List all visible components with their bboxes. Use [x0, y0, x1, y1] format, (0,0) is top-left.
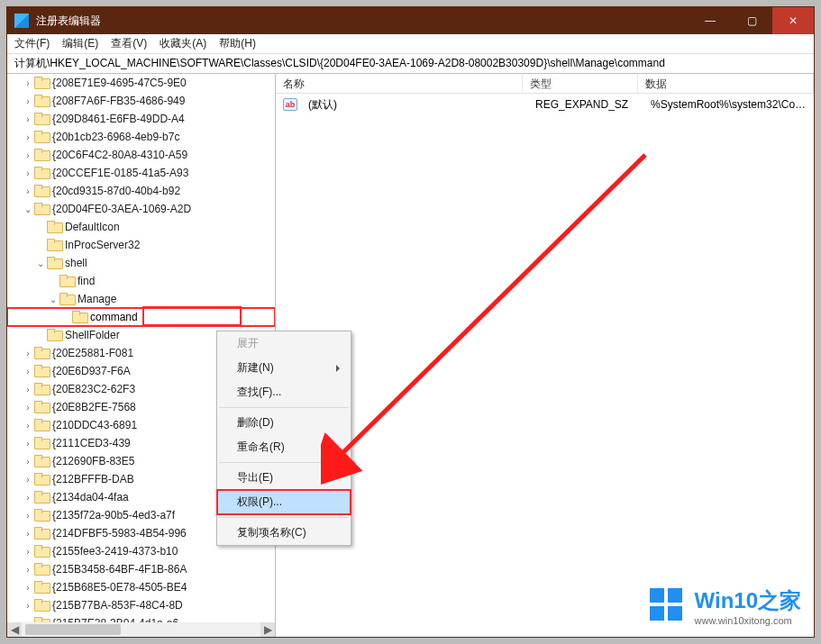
- tree-item[interactable]: ⌄shell: [7, 254, 275, 272]
- folder-icon: [34, 473, 49, 485]
- expand-collapse-icon[interactable]: ⌄: [22, 204, 34, 214]
- tree-item[interactable]: ›{208F7A6F-FB35-4686-949: [7, 92, 275, 110]
- tree-item[interactable]: ›{209D8461-E6FB-49DD-A4: [7, 110, 275, 128]
- scroll-right-button[interactable]: ▶: [260, 622, 275, 637]
- folder-icon: [34, 149, 49, 161]
- tree-item[interactable]: ›{215B77BA-853F-48C4-8D: [7, 596, 275, 614]
- ctx-copy-key-name[interactable]: 复制项名称(C): [217, 521, 351, 545]
- col-name[interactable]: 名称: [276, 74, 523, 93]
- expand-collapse-icon[interactable]: ›: [22, 511, 34, 521]
- menu-help[interactable]: 帮助(H): [219, 36, 256, 51]
- menu-view[interactable]: 查看(V): [111, 36, 147, 51]
- expand-collapse-icon[interactable]: ›: [22, 601, 34, 611]
- ctx-rename[interactable]: 重命名(R): [217, 435, 351, 459]
- menubar: 文件(F) 编辑(E) 查看(V) 收藏夹(A) 帮助(H): [7, 34, 814, 54]
- folder-icon: [34, 77, 49, 89]
- folder-icon: [47, 329, 61, 341]
- expand-collapse-icon[interactable]: ›: [22, 583, 34, 593]
- value-data: %SystemRoot%\system32\Comp: [643, 98, 814, 111]
- expand-collapse-icon[interactable]: ⌄: [47, 295, 59, 304]
- folder-icon: [34, 401, 49, 413]
- tree-item[interactable]: ›{208E71E9-4695-47C5-9E0: [7, 74, 275, 92]
- close-button[interactable]: ✕: [772, 7, 814, 34]
- tree-item[interactable]: ›{215B3458-64BF-4F1B-86A: [7, 560, 275, 578]
- folder-icon: [47, 239, 61, 251]
- col-data[interactable]: 数据: [638, 74, 814, 93]
- scroll-track[interactable]: [22, 622, 260, 637]
- expand-collapse-icon[interactable]: ›: [22, 439, 34, 449]
- tree-item[interactable]: ⌄{20D04FE0-3AEA-1069-A2D: [7, 200, 275, 218]
- expand-collapse-icon[interactable]: ›: [22, 150, 34, 160]
- expand-collapse-icon[interactable]: ›: [22, 385, 34, 395]
- tree-item-label: {20D04FE0-3AEA-1069-A2D: [52, 203, 191, 215]
- expand-collapse-icon[interactable]: ›: [22, 475, 34, 485]
- expand-collapse-icon[interactable]: ›: [22, 493, 34, 503]
- menu-edit[interactable]: 编辑(E): [62, 36, 98, 51]
- expand-collapse-icon[interactable]: ›: [22, 421, 34, 431]
- tree-item-label: command: [90, 311, 138, 323]
- tree-item-label: {215B77BA-853F-48C4-8D: [52, 599, 183, 612]
- tree-item-label: {20cd9315-87d0-40b4-b92: [52, 185, 180, 197]
- horizontal-scrollbar[interactable]: ◀ ▶: [7, 622, 275, 637]
- tree-item-label: {2134da04-4faa: [52, 491, 129, 503]
- expand-collapse-icon[interactable]: ›: [22, 78, 34, 88]
- menu-favorites[interactable]: 收藏夹(A): [160, 36, 206, 51]
- ctx-export[interactable]: 导出(E): [217, 466, 351, 490]
- tree-item-label: {20C6F4C2-80A8-4310-A59: [52, 149, 187, 161]
- tree-item-label: {2135f72a-90b5-4ed3-a7f: [52, 509, 175, 522]
- tree-item[interactable]: command: [7, 308, 275, 326]
- expand-collapse-icon[interactable]: ›: [22, 403, 34, 413]
- expand-collapse-icon[interactable]: ›: [22, 367, 34, 376]
- tree-item[interactable]: ›{20CCEF1E-0185-41a5-A93: [7, 164, 275, 182]
- expand-collapse-icon[interactable]: ›: [22, 96, 34, 106]
- ctx-new[interactable]: 新建(N): [217, 356, 351, 380]
- folder-icon: [34, 383, 49, 395]
- expand-collapse-icon[interactable]: ›: [22, 114, 34, 124]
- ctx-find[interactable]: 查找(F)...: [217, 380, 351, 404]
- tree-item[interactable]: DefaultIcon: [7, 218, 275, 236]
- expand-collapse-icon[interactable]: ›: [22, 132, 34, 142]
- expand-collapse-icon[interactable]: ›: [22, 186, 34, 196]
- tree-item-label: {215B68E5-0E78-4505-BE4: [52, 581, 187, 594]
- ctx-permissions[interactable]: 权限(P)...: [217, 490, 351, 514]
- folder-icon: [72, 311, 87, 323]
- ctx-delete[interactable]: 删除(D): [217, 411, 351, 435]
- tree-item[interactable]: ›{215B68E5-0E78-4505-BE4: [7, 578, 275, 596]
- menu-file[interactable]: 文件(F): [14, 36, 50, 51]
- tree-item[interactable]: ›{20cd9315-87d0-40b4-b92: [7, 182, 275, 200]
- tree-item[interactable]: ›{215B7E28-3B04-4d1e-a6: [7, 614, 275, 622]
- folder-icon: [34, 185, 49, 197]
- expand-collapse-icon[interactable]: ›: [22, 547, 34, 557]
- folder-icon: [34, 437, 49, 449]
- folder-icon: [34, 131, 49, 143]
- tree-item-label: {20E6D937-F6A: [52, 365, 131, 377]
- expand-collapse-icon[interactable]: ›: [22, 565, 34, 575]
- tree-item[interactable]: InProcServer32: [7, 236, 275, 254]
- address-input[interactable]: [13, 56, 808, 70]
- expand-collapse-icon[interactable]: ›: [22, 529, 34, 539]
- string-value-icon: ab: [283, 98, 297, 111]
- expand-collapse-icon[interactable]: ⌄: [34, 259, 47, 268]
- tree-item[interactable]: ›{20b1cb23-6968-4eb9-b7c: [7, 128, 275, 146]
- list-row[interactable]: ab (默认) REG_EXPAND_SZ %SystemRoot%\syste…: [276, 95, 814, 113]
- expand-collapse-icon[interactable]: ›: [22, 457, 34, 467]
- tree-item-label: {20E25881-F081: [52, 347, 133, 359]
- maximize-button[interactable]: ▢: [731, 7, 772, 34]
- expand-collapse-icon[interactable]: ›: [22, 349, 34, 358]
- folder-icon: [47, 221, 61, 233]
- col-type[interactable]: 类型: [523, 74, 638, 93]
- tree-item-label: {208E71E9-4695-47C5-9E0: [52, 77, 187, 89]
- value-type: REG_EXPAND_SZ: [528, 98, 643, 111]
- folder-icon: [34, 95, 49, 107]
- tree-item-label: find: [78, 275, 95, 287]
- scroll-left-button[interactable]: ◀: [7, 622, 22, 637]
- minimize-button[interactable]: —: [689, 7, 731, 34]
- scroll-thumb[interactable]: [25, 624, 121, 635]
- list-pane: 名称 类型 数据 ab (默认) REG_EXPAND_SZ %SystemRo…: [276, 74, 814, 637]
- tree-item-label: {214DFBF5-5983-4B54-996: [52, 527, 187, 540]
- tree-item[interactable]: ›{20C6F4C2-80A8-4310-A59: [7, 146, 275, 164]
- tree-item[interactable]: find: [7, 272, 275, 290]
- tree-item[interactable]: ⌄Manage: [7, 290, 275, 308]
- expand-collapse-icon[interactable]: ›: [22, 168, 34, 178]
- tree-item-label: {20E823C2-62F3: [52, 383, 135, 395]
